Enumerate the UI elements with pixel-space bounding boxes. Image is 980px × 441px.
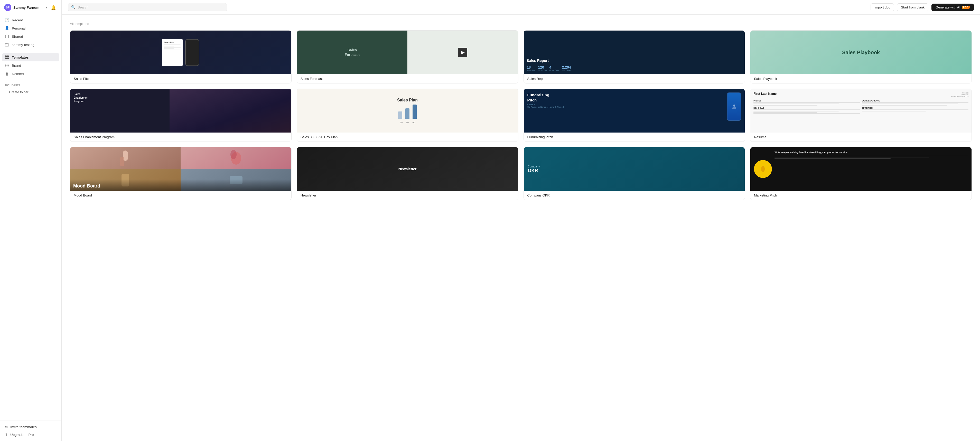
use-template-button[interactable]: Use template <box>166 165 196 173</box>
template-card-mood-board[interactable]: Mood Board Use template Mood Board <box>70 147 291 200</box>
template-thumb: FundraisingPitch Series XCo-Founders: Na… <box>524 89 745 132</box>
sidebar-item-deleted[interactable]: 🗑 Deleted <box>2 70 59 78</box>
sidebar-item-label: Recent <box>12 18 23 22</box>
shared-icon <box>5 34 9 39</box>
template-thumb: Write an eye-catching headline describin… <box>750 147 972 191</box>
upgrade-pro-button[interactable]: ⬆ Upgrade to Pro <box>2 431 59 438</box>
folders-divider <box>5 80 57 80</box>
folders-section-label: Folders <box>2 82 59 88</box>
use-template-button[interactable]: Use template <box>166 49 196 57</box>
import-doc-button[interactable]: Import doc <box>870 3 894 11</box>
plus-icon: + <box>5 90 7 94</box>
template-card-resume[interactable]: First Last Name ContactRole Titleemail@c… <box>750 89 972 142</box>
use-template-button[interactable]: Use template <box>846 165 876 173</box>
template-thumb: First Last Name ContactRole Titleemail@c… <box>750 89 972 132</box>
template-card-fundraising[interactable]: FundraisingPitch Series XCo-Founders: Na… <box>523 89 745 142</box>
use-template-button[interactable]: Use template <box>619 165 649 173</box>
sidebar-navigation: 🕐 Recent 👤 Personal Shared sammy-testing <box>0 15 61 420</box>
sidebar-item-label: Templates <box>12 56 29 59</box>
user-menu[interactable]: SF Sammy Farnum ▾ 🔔 <box>0 0 61 15</box>
chevron-down-icon: ▾ <box>46 6 48 9</box>
search-input[interactable]: 🔍 Search <box>68 3 227 11</box>
template-card-sales-report[interactable]: Sales Report 18 Metric One 120 Metric Tw… <box>523 30 745 83</box>
sidebar-item-brand[interactable]: Brand <box>2 61 59 70</box>
template-card-sales-plan[interactable]: Sales Plan 306090 Use template Sales 30-… <box>297 89 519 142</box>
main-content: 🔍 Search Import doc Start from blank Gen… <box>62 0 980 441</box>
upgrade-icon: ⬆ <box>5 433 8 437</box>
folder-icon <box>5 42 9 47</box>
template-title: Newsletter <box>297 191 518 200</box>
template-title: Company OKR <box>524 191 745 200</box>
template-title: Resume <box>750 132 972 142</box>
template-thumb: Sales Plan 306090 Use template <box>297 89 518 132</box>
invite-icon: ✉ <box>5 425 8 429</box>
template-thumb: SalesEnablementProgram Use template <box>70 89 291 132</box>
template-title: Sales Report <box>524 74 745 83</box>
templates-grid: Sales Pitch Use template Sales Pitch <box>70 30 972 200</box>
template-title: Mood Board <box>70 191 291 200</box>
template-card-sales-enablement[interactable]: SalesEnablementProgram Use template Sale… <box>70 89 291 142</box>
template-title: Fundraising Pitch <box>524 132 745 142</box>
sidebar-item-label: Deleted <box>12 72 24 76</box>
template-title: Sales Enablement Program <box>70 132 291 142</box>
notifications-bell[interactable]: 🔔 <box>49 3 57 11</box>
template-thumb: Sales Pitch Use template <box>70 30 291 74</box>
template-card-sales-pitch[interactable]: Sales Pitch Use template Sales Pitch <box>70 30 291 83</box>
template-title: Sales Pitch <box>70 74 291 83</box>
trash-icon: 🗑 <box>5 72 9 76</box>
start-from-blank-button[interactable]: Start from blank <box>897 3 928 11</box>
svg-rect-0 <box>5 35 8 38</box>
create-folder-button[interactable]: + Create folder <box>2 88 59 96</box>
generate-ai-label: Generate with AI <box>935 5 960 9</box>
sidebar: SF Sammy Farnum ▾ 🔔 🕐 Recent 👤 Personal … <box>0 0 62 441</box>
template-thumb: Sales Report 18 Metric One 120 Metric Tw… <box>524 30 745 74</box>
invite-label: Invite teammates <box>10 425 37 429</box>
template-thumb: Mood Board Use template <box>70 147 291 191</box>
sidebar-item-recent[interactable]: 🕐 Recent <box>2 16 59 24</box>
sidebar-footer: ✉ Invite teammates ⬆ Upgrade to Pro <box>0 420 61 441</box>
sidebar-item-label: Personal <box>12 27 25 30</box>
brand-icon <box>5 63 9 68</box>
template-title: Sales Forecast <box>297 74 518 83</box>
clock-icon: 🕐 <box>5 18 9 22</box>
svg-rect-4 <box>5 57 7 59</box>
create-folder-label: Create folder <box>9 90 28 94</box>
content-area: All templates Sales Pitch <box>62 14 980 441</box>
sidebar-item-label: Brand <box>12 64 21 68</box>
person-icon: 👤 <box>5 26 9 30</box>
template-thumb: Sales Playbook Use template <box>750 30 972 74</box>
sidebar-item-shared[interactable]: Shared <box>2 32 59 41</box>
use-template-button[interactable]: Use template <box>393 49 423 57</box>
avatar: SF <box>4 4 11 11</box>
template-card-sales-playbook[interactable]: Sales Playbook Use template Sales Playbo… <box>750 30 972 83</box>
templates-icon <box>5 55 9 60</box>
template-card-sales-forecast[interactable]: SalesForecast ▶ Use template Sales Forec… <box>297 30 519 83</box>
sidebar-item-personal[interactable]: 👤 Personal <box>2 24 59 32</box>
invite-teammates-button[interactable]: ✉ Invite teammates <box>2 423 59 431</box>
use-template-button[interactable]: Use template <box>619 107 649 115</box>
use-template-button[interactable]: Use template <box>393 165 423 173</box>
use-template-button[interactable]: Use template <box>846 49 876 57</box>
sidebar-item-label: sammy-testing <box>12 43 34 47</box>
sidebar-item-templates[interactable]: Templates <box>2 53 59 61</box>
user-name: Sammy Farnum <box>13 6 44 10</box>
sidebar-item-sammy-testing[interactable]: sammy-testing <box>2 41 59 49</box>
template-card-marketing-pitch[interactable]: Write an eye-catching headline describin… <box>750 147 972 200</box>
search-placeholder: Search <box>78 5 89 9</box>
use-template-button[interactable]: Use template <box>619 49 649 57</box>
template-thumb: SalesForecast ▶ Use template <box>297 30 518 74</box>
template-title: Marketing Pitch <box>750 191 972 200</box>
topbar: 🔍 Search Import doc Start from blank Gen… <box>62 0 980 14</box>
upgrade-label: Upgrade to Pro <box>10 433 34 437</box>
template-card-company-okr[interactable]: Company OKR Use template Company OKR <box>523 147 745 200</box>
use-template-button[interactable]: Use template <box>393 107 423 115</box>
sidebar-item-label: Shared <box>12 35 23 38</box>
template-title: Sales 30-60-90 Day Plan <box>297 132 518 142</box>
section-title: All templates <box>70 22 972 26</box>
use-template-button[interactable]: Use template <box>166 107 196 115</box>
template-card-newsletter[interactable]: Newsletter Use template Newsletter <box>297 147 519 200</box>
use-template-button[interactable]: Use template <box>846 107 876 115</box>
generate-ai-button[interactable]: Generate with AI PRO <box>931 3 974 11</box>
template-thumb: Newsletter Use template <box>297 147 518 191</box>
svg-rect-3 <box>7 56 9 57</box>
